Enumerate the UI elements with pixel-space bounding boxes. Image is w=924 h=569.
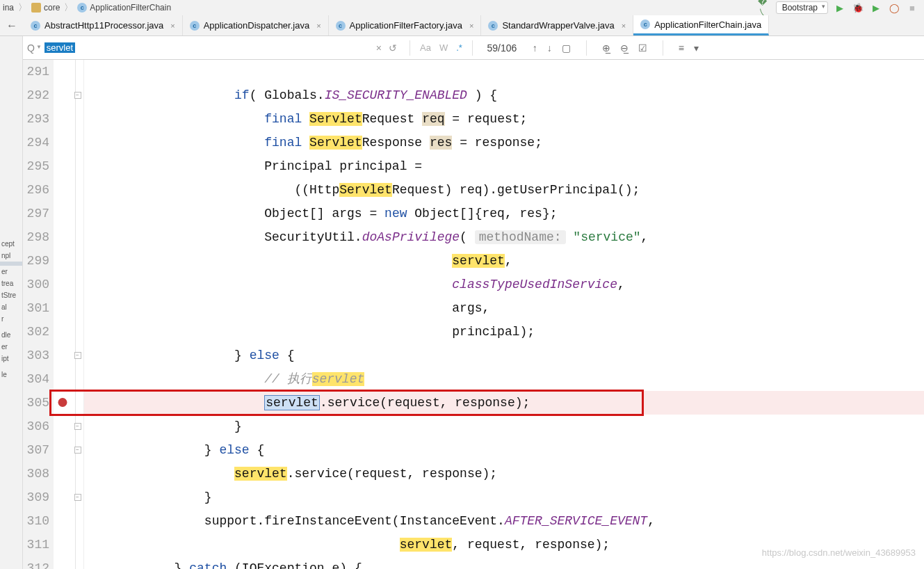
code-line[interactable]: servlet.service(request, response);	[84, 462, 924, 486]
structure-item[interactable]: er	[0, 266, 22, 278]
line-number: 309	[23, 486, 49, 509]
code-line[interactable]: Principal principal =	[84, 154, 924, 178]
regex-toggle[interactable]: .*	[452, 42, 467, 53]
code-line[interactable]: servlet.service(request, response);	[84, 391, 924, 415]
line-number: 294	[23, 131, 49, 154]
line-number: 301	[23, 296, 49, 320]
filter-icon[interactable]: ▾	[694, 42, 699, 54]
search-history-icon[interactable]: ↺	[389, 42, 397, 54]
search-icon: Q	[27, 42, 35, 54]
code-line[interactable]: } else {	[84, 438, 924, 462]
run-toolbar: �㇏ Bootstrap ▶ 🐞 ▶ ◯ ■	[758, 1, 924, 14]
fold-open-icon[interactable]: −	[74, 447, 81, 454]
structure-item[interactable]: al	[0, 301, 22, 313]
line-number: 293	[23, 107, 49, 131]
code-content[interactable]: if( Globals.IS_SECURITY_ENABLED ) { fina…	[84, 60, 924, 569]
whole-word-toggle[interactable]: W	[435, 42, 452, 53]
code-line[interactable]	[84, 60, 924, 83]
close-icon[interactable]: ×	[170, 22, 175, 30]
line-number-gutter: 2912922932942952962972982993003013023033…	[23, 60, 54, 569]
editor: Q ▼ servlet × ↺ Aa W .* 59/106 ↑ ↓ ▢	[23, 36, 924, 569]
code-line[interactable]: if( Globals.IS_SECURITY_ENABLED ) {	[84, 83, 924, 107]
code-line[interactable]: principal);	[84, 320, 924, 344]
debug-icon[interactable]: 🐞	[852, 1, 864, 14]
structure-item[interactable]: tStre	[0, 289, 22, 301]
profile-icon[interactable]: ◯	[888, 1, 900, 14]
structure-item[interactable]: ipt	[0, 353, 22, 364]
tab-applicationdispatcher[interactable]: c ApplicationDispatcher.java ×	[183, 15, 329, 35]
code-line[interactable]: }	[84, 415, 924, 438]
select-all-icon[interactable]: ▢	[562, 42, 571, 54]
line-number: 296	[23, 178, 49, 202]
prev-match-icon[interactable]: ↑	[533, 42, 537, 54]
breakpoint-icon[interactable]	[58, 398, 67, 407]
tab-standardwrappervalve[interactable]: c StandardWrapperValve.java ×	[481, 15, 633, 35]
code-area[interactable]: 2912922932942952962972982993003013023033…	[23, 60, 924, 569]
code-line[interactable]: Object[] args = new Object[]{req, res};	[84, 202, 924, 225]
coverage-icon[interactable]: ▶	[870, 1, 882, 14]
build-icon[interactable]: �㇏	[758, 1, 770, 14]
code-line[interactable]: support.fireInstanceEvent(InstanceEvent.…	[84, 509, 924, 533]
watermark-text: https://blog.csdn.net/weixin_43689953	[762, 541, 916, 565]
chevron-right-icon: 〉	[64, 1, 73, 14]
tab-applicationfilterfactory[interactable]: c ApplicationFilterFactory.java ×	[329, 15, 482, 35]
structure-item[interactable]: le	[0, 369, 22, 380]
code-line[interactable]: ((HttpServletRequest) req).getUserPrinci…	[84, 178, 924, 202]
structure-item[interactable]: dle	[0, 329, 22, 341]
tab-label: ApplicationFilterFactory.java	[350, 20, 462, 31]
fold-open-icon[interactable]: −	[74, 92, 81, 99]
line-number: 295	[23, 154, 49, 178]
class-icon: c	[31, 21, 40, 31]
chevron-right-icon: 〉	[18, 1, 27, 14]
fold-close-icon[interactable]: −	[74, 494, 81, 501]
code-line[interactable]: } else {	[84, 344, 924, 367]
code-line[interactable]: // 执行servlet	[84, 367, 924, 391]
close-icon[interactable]: ×	[316, 22, 321, 30]
code-line[interactable]: final ServletResponse res = response;	[84, 131, 924, 154]
add-selection-icon[interactable]: ⊕̲	[602, 42, 610, 54]
next-match-icon[interactable]: ↓	[547, 42, 552, 54]
structure-item[interactable]: npl	[0, 250, 22, 262]
fold-gutter[interactable]: −−−−−	[72, 60, 84, 569]
run-config-dropdown[interactable]: Bootstrap	[776, 1, 828, 14]
close-icon[interactable]: ×	[469, 22, 473, 30]
breadcrumb-bar: ina 〉 core 〉 c ApplicationFilterChain �㇏…	[0, 0, 924, 15]
structure-item[interactable]: r	[0, 313, 22, 325]
find-result-count: 59/106	[481, 42, 523, 54]
tab-label: StandardWrapperValve.java	[502, 20, 614, 31]
code-line[interactable]: classTypeUsedInService,	[84, 273, 924, 296]
select-occurrences-icon[interactable]: ☑	[638, 42, 647, 54]
code-line[interactable]: servlet,	[84, 249, 924, 273]
stop-icon[interactable]: ■	[906, 1, 918, 14]
folder-icon	[31, 3, 41, 13]
code-line[interactable]: args,	[84, 296, 924, 320]
structure-item[interactable]: trea	[0, 278, 22, 289]
line-number: 297	[23, 202, 49, 225]
code-line[interactable]: SecurityUtil.doAsPrivilege( methodName: …	[84, 225, 924, 249]
fold-open-icon[interactable]: −	[74, 352, 81, 359]
settings-icon[interactable]: ≡	[679, 42, 684, 54]
chevron-down-icon[interactable]: ▼	[36, 44, 42, 50]
breadcrumb-text: ina	[3, 3, 14, 13]
breadcrumb-seg-2[interactable]: core	[31, 3, 60, 13]
line-number: 308	[23, 462, 49, 486]
match-case-toggle[interactable]: Aa	[416, 42, 435, 53]
breadcrumb-seg-3[interactable]: c ApplicationFilterChain	[77, 3, 171, 13]
breakpoint-gutter[interactable]	[54, 60, 72, 569]
close-icon[interactable]: ×	[622, 22, 626, 30]
structure-item[interactable]: er	[0, 341, 22, 353]
remove-selection-icon[interactable]: ⊖̲	[620, 42, 629, 54]
code-line[interactable]: final ServletRequest req = request;	[84, 107, 924, 131]
structure-item[interactable]: cept	[0, 238, 22, 250]
code-line[interactable]: }	[84, 486, 924, 509]
breadcrumb-seg-1[interactable]: ina	[3, 3, 14, 13]
divider	[472, 40, 473, 56]
tab-applicationfilterchain[interactable]: c ApplicationFilterChain.java	[633, 15, 769, 35]
run-icon[interactable]: ▶	[834, 1, 846, 14]
structure-sidebar[interactable]: ceptnplertreatStrealrdleeriptle	[0, 36, 23, 569]
clear-search-icon[interactable]: ×	[376, 42, 382, 54]
fold-close-icon[interactable]: −	[74, 423, 81, 430]
tabs-back-button[interactable]: ←	[0, 15, 24, 35]
tab-abstracthttp11processor[interactable]: c AbstractHttp11Processor.java ×	[24, 15, 183, 35]
find-input[interactable]: servlet	[44, 42, 376, 53]
